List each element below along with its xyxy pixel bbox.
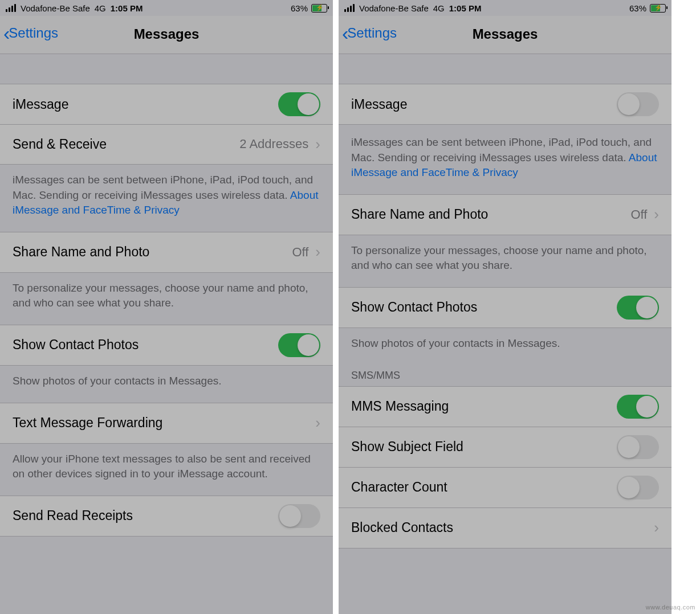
contact-photos-label: Show Contact Photos — [13, 337, 139, 353]
page-title: Messages — [339, 26, 671, 42]
contact-photos-footer: Show photos of your contacts in Messages… — [0, 366, 333, 403]
mms-label: MMS Messaging — [351, 399, 449, 414]
contact-photos-toggle[interactable] — [617, 296, 659, 320]
chevron-right-icon: › — [315, 136, 320, 153]
char-count-toggle[interactable] — [617, 476, 659, 500]
share-name-label: Share Name and Photo — [13, 244, 149, 260]
imessage-toggle[interactable] — [278, 92, 320, 116]
imessage-toggle[interactable] — [617, 92, 659, 116]
share-name-row[interactable]: Share Name and Photo Off› — [0, 232, 333, 273]
text-fwd-footer: Allow your iPhone text messages to also … — [0, 444, 333, 496]
status-bar: Vodafone-Be Safe 4G 1:05 PM 63% ⚡ — [0, 0, 333, 16]
network-label: 4G — [433, 3, 445, 13]
imessage-row: iMessage — [0, 84, 333, 125]
share-name-footer: To personalize your messages, choose you… — [0, 273, 333, 325]
read-receipts-toggle[interactable] — [278, 504, 320, 528]
read-receipts-label: Send Read Receipts — [13, 508, 133, 523]
char-count-row: Character Count — [339, 468, 671, 508]
share-name-value: Off — [292, 245, 308, 260]
status-bar: Vodafone-Be Safe 4G 1:05 PM 63% ⚡ — [339, 0, 671, 16]
chevron-right-icon: › — [315, 414, 320, 432]
battery-pct: 63% — [291, 3, 308, 13]
battery-icon: ⚡ — [650, 4, 666, 13]
share-name-value: Off — [630, 207, 647, 222]
page-title: Messages — [0, 26, 333, 42]
text-fwd-row[interactable]: Text Message Forwarding › — [0, 403, 333, 444]
imessage-row: iMessage — [339, 84, 671, 125]
blocked-label: Blocked Contacts — [351, 520, 453, 535]
clock-label: 1:05 PM — [111, 3, 143, 13]
watermark: www.deuaq.com — [646, 604, 695, 611]
carrier-label: Vodafone-Be Safe — [359, 3, 429, 13]
signal-icon — [344, 4, 355, 12]
phone-left: Vodafone-Be Safe 4G 1:05 PM 63% ⚡ ‹Setti… — [0, 0, 333, 614]
imessage-footer: iMessages can be sent between iPhone, iP… — [339, 125, 671, 194]
text-fwd-label: Text Message Forwarding — [13, 415, 162, 431]
blocked-row[interactable]: Blocked Contacts › — [339, 508, 671, 548]
share-name-row[interactable]: Share Name and Photo Off› — [339, 194, 671, 235]
send-receive-row[interactable]: Send & Receive 2 Addresses› — [0, 124, 333, 165]
contact-photos-footer: Show photos of your contacts in Messages… — [339, 328, 671, 356]
send-receive-label: Send & Receive — [13, 137, 107, 152]
read-receipts-row: Send Read Receipts — [0, 496, 333, 537]
battery-icon: ⚡ — [311, 4, 327, 13]
send-receive-value: 2 Addresses — [239, 137, 308, 152]
imessage-footer: iMessages can be sent between iPhone, iP… — [0, 165, 333, 232]
chevron-right-icon: › — [315, 243, 320, 261]
subject-toggle[interactable] — [617, 435, 659, 459]
carrier-label: Vodafone-Be Safe — [21, 3, 90, 13]
clock-label: 1:05 PM — [449, 3, 482, 13]
chevron-right-icon: › — [654, 206, 659, 223]
signal-icon — [6, 4, 16, 12]
imessage-label: iMessage — [351, 97, 407, 112]
contact-photos-label: Show Contact Photos — [351, 300, 477, 315]
sms-section-header: SMS/MMS — [339, 356, 671, 386]
mms-toggle[interactable] — [617, 395, 659, 419]
contact-photos-toggle[interactable] — [278, 333, 320, 357]
contact-photos-row: Show Contact Photos — [0, 325, 333, 366]
imessage-label: iMessage — [13, 97, 68, 112]
mms-row: MMS Messaging — [339, 386, 671, 427]
chevron-right-icon: › — [654, 519, 659, 537]
network-label: 4G — [95, 3, 106, 13]
phone-right: Vodafone-Be Safe 4G 1:05 PM 63% ⚡ ‹Setti… — [339, 0, 671, 614]
share-name-label: Share Name and Photo — [351, 207, 488, 222]
subject-label: Show Subject Field — [351, 439, 463, 455]
battery-pct: 63% — [629, 3, 646, 13]
nav-bar: ‹Settings Messages — [339, 16, 671, 54]
char-count-label: Character Count — [351, 480, 447, 495]
share-name-footer: To personalize your messages, choose you… — [339, 235, 671, 287]
nav-bar: ‹Settings Messages — [0, 16, 333, 54]
subject-row: Show Subject Field — [339, 427, 671, 468]
contact-photos-row: Show Contact Photos — [339, 287, 671, 328]
